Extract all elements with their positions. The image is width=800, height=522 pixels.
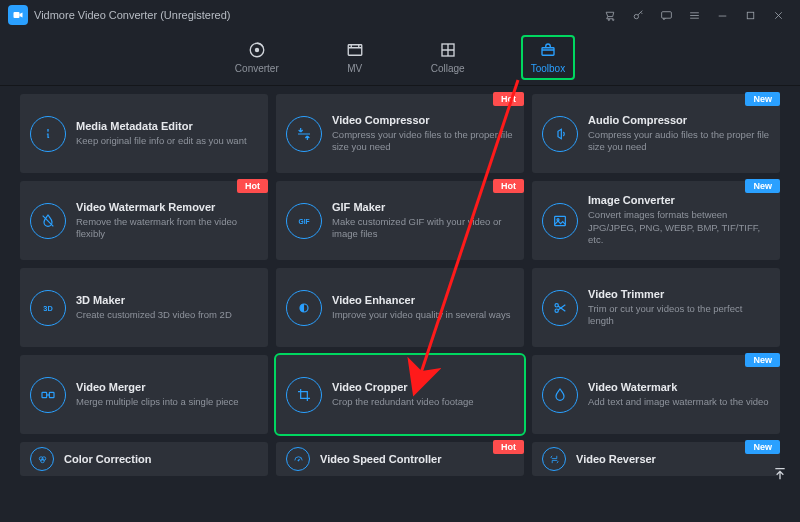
- tool-card-text: Video WatermarkAdd text and image waterm…: [588, 381, 769, 408]
- tool-card-text: Video CropperCrop the redundant video fo…: [332, 381, 474, 408]
- tool-title: Video Trimmer: [588, 288, 770, 300]
- tab-collage[interactable]: Collage: [423, 37, 473, 78]
- app-logo-icon: [8, 5, 28, 25]
- tool-card-trim[interactable]: Video TrimmerTrim or cut your videos to …: [532, 268, 780, 347]
- tool-desc: Compress your audio files to the proper …: [588, 129, 770, 154]
- tool-card-text: Video TrimmerTrim or cut your videos to …: [588, 288, 770, 328]
- tool-desc: Make customized GIF with your video or i…: [332, 216, 514, 241]
- back-to-top-icon[interactable]: [772, 466, 788, 486]
- app-window: Vidmore Video Converter (Unregistered) C…: [0, 0, 800, 522]
- tool-card-audio[interactable]: Audio CompressorCompress your audio file…: [532, 94, 780, 173]
- tool-card-text: Video Reverser: [576, 453, 656, 465]
- tool-card-text: Video Speed Controller: [320, 453, 441, 465]
- svg-text:GIF: GIF: [298, 217, 309, 224]
- svg-rect-8: [348, 45, 362, 56]
- tool-card-compress[interactable]: Video CompressorCompress your video file…: [276, 94, 524, 173]
- tab-toolbox[interactable]: Toolbox: [523, 37, 573, 78]
- feedback-icon[interactable]: [652, 1, 680, 29]
- tool-card-watermark[interactable]: Video WatermarkAdd text and image waterm…: [532, 355, 780, 434]
- tool-title: Video Watermark: [588, 381, 769, 393]
- tab-converter[interactable]: Converter: [227, 37, 287, 78]
- badge-new: New: [745, 440, 780, 454]
- audio-icon: [542, 116, 578, 152]
- tool-desc: Compress your video files to the proper …: [332, 129, 514, 154]
- enhance-icon: [286, 290, 322, 326]
- svg-rect-0: [14, 12, 20, 18]
- svg-text:3D: 3D: [43, 303, 52, 312]
- image-icon: [542, 203, 578, 239]
- maximize-icon[interactable]: [736, 1, 764, 29]
- tool-card-enhance[interactable]: Video EnhancerImprove your video quality…: [276, 268, 524, 347]
- badge-hot: Hot: [493, 179, 524, 193]
- tool-card-image[interactable]: Image ConverterConvert images formats be…: [532, 181, 780, 260]
- tool-title: Video Merger: [76, 381, 239, 393]
- tool-card-text: Video Watermark RemoverRemove the waterm…: [76, 201, 258, 241]
- tool-desc: Add text and image watermark to the vide…: [588, 396, 769, 408]
- badge-hot: Hot: [237, 179, 268, 193]
- tool-title: Color Correction: [64, 453, 151, 465]
- tool-card-info[interactable]: Media Metadata EditorKeep original file …: [20, 94, 268, 173]
- tool-title: GIF Maker: [332, 201, 514, 213]
- color-icon: [30, 447, 54, 471]
- tool-desc: Remove the watermark from the video flex…: [76, 216, 258, 241]
- tool-desc: Merge multiple clips into a single piece: [76, 396, 239, 408]
- key-icon[interactable]: [624, 1, 652, 29]
- main-tabs: Converter MV Collage Toolbox: [0, 30, 800, 86]
- tool-desc: Convert images formats between JPG/JPEG,…: [588, 209, 770, 246]
- tool-card-reverse[interactable]: Video ReverserNew: [532, 442, 780, 476]
- tool-card-text: Audio CompressorCompress your audio file…: [588, 114, 770, 154]
- tool-card-text: Media Metadata EditorKeep original file …: [76, 120, 247, 147]
- tool-card-text: Image ConverterConvert images formats be…: [588, 194, 770, 246]
- close-icon[interactable]: [764, 1, 792, 29]
- tool-title: Image Converter: [588, 194, 770, 206]
- tool-title: 3D Maker: [76, 294, 232, 306]
- tab-mv[interactable]: MV: [337, 37, 373, 78]
- tab-label: Toolbox: [531, 63, 565, 74]
- tool-desc: Improve your video quality in several wa…: [332, 309, 510, 321]
- title-bar: Vidmore Video Converter (Unregistered): [0, 0, 800, 30]
- tool-title: Video Watermark Remover: [76, 201, 258, 213]
- svg-rect-13: [555, 216, 566, 225]
- minimize-icon[interactable]: [708, 1, 736, 29]
- reverse-icon: [542, 447, 566, 471]
- tool-card-crop[interactable]: Video CropperCrop the redundant video fo…: [276, 355, 524, 434]
- nowater-icon: [30, 203, 66, 239]
- svg-point-7: [255, 49, 258, 52]
- tool-card-text: Video MergerMerge multiple clips into a …: [76, 381, 239, 408]
- compress-icon: [286, 116, 322, 152]
- tab-label: MV: [347, 63, 362, 74]
- badge-hot: Hot: [493, 92, 524, 106]
- tool-desc: Trim or cut your videos to the perfect l…: [588, 303, 770, 328]
- merge-icon: [30, 377, 66, 413]
- tool-card-text: Color Correction: [64, 453, 151, 465]
- tab-label: Collage: [431, 63, 465, 74]
- badge-new: New: [745, 353, 780, 367]
- tool-card-speed[interactable]: Video Speed ControllerHot: [276, 442, 524, 476]
- app-title: Vidmore Video Converter (Unregistered): [34, 9, 230, 21]
- info-icon: [30, 116, 66, 152]
- toolbox-content: Media Metadata EditorKeep original file …: [0, 86, 800, 522]
- tool-title: Video Speed Controller: [320, 453, 441, 465]
- tab-label: Converter: [235, 63, 279, 74]
- tool-card-color[interactable]: Color Correction: [20, 442, 268, 476]
- tool-title: Audio Compressor: [588, 114, 770, 126]
- tool-title: Video Reverser: [576, 453, 656, 465]
- tool-card-gif[interactable]: GIFGIF MakerMake customized GIF with you…: [276, 181, 524, 260]
- svg-rect-10: [542, 48, 554, 56]
- cart-icon[interactable]: [596, 1, 624, 29]
- tool-card-3d[interactable]: 3D3D MakerCreate customized 3D video fro…: [20, 268, 268, 347]
- speed-icon: [286, 447, 310, 471]
- svg-point-2: [612, 19, 613, 20]
- tool-card-text: 3D MakerCreate customized 3D video from …: [76, 294, 232, 321]
- menu-icon[interactable]: [680, 1, 708, 29]
- tool-card-text: Video EnhancerImprove your video quality…: [332, 294, 510, 321]
- tool-card-nowater[interactable]: Video Watermark RemoverRemove the waterm…: [20, 181, 268, 260]
- tool-title: Video Compressor: [332, 114, 514, 126]
- toolbox-grid: Media Metadata EditorKeep original file …: [20, 94, 780, 476]
- badge-new: New: [745, 92, 780, 106]
- tool-title: Video Cropper: [332, 381, 474, 393]
- tool-title: Media Metadata Editor: [76, 120, 247, 132]
- trim-icon: [542, 290, 578, 326]
- svg-point-3: [634, 14, 638, 18]
- tool-card-merge[interactable]: Video MergerMerge multiple clips into a …: [20, 355, 268, 434]
